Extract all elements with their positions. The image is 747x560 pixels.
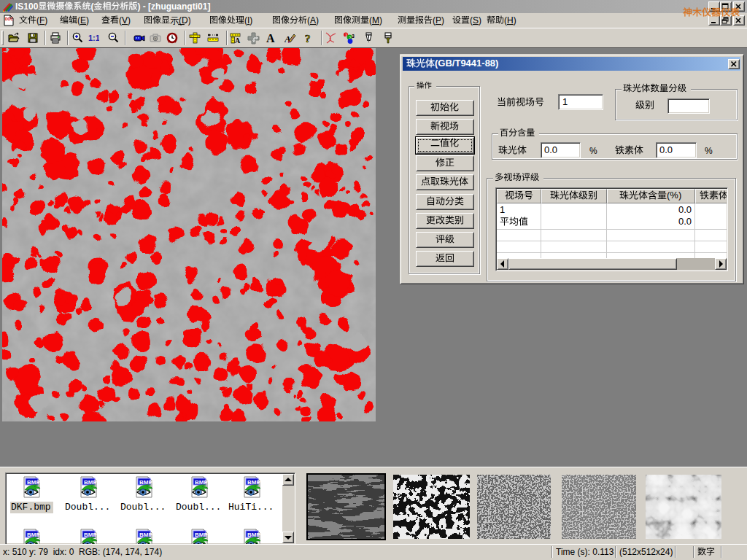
svg-text:x: 510 y: 79 idx: 0 RGB: (17: x: 510 y: 79 idx: 0 RGB: (174, 174, 174): [3, 547, 162, 557]
svg-text:0.0: 0.0: [544, 145, 557, 155]
svg-text:(P): (P): [433, 15, 444, 26]
svg-text:) - [zhuguangti01]: ) - [zhuguangti01]: [137, 1, 210, 12]
svg-text:%: %: [589, 146, 597, 156]
svg-text:?: ?: [305, 33, 311, 44]
svg-text:(M): (M): [369, 15, 382, 26]
svg-text:1: 1: [500, 205, 505, 215]
svg-text:A: A: [266, 32, 275, 44]
svg-text:%: %: [705, 146, 713, 156]
svg-text:A: A: [235, 36, 241, 44]
svg-text:DOC: DOC: [5, 17, 14, 21]
svg-text:DKF.bmp: DKF.bmp: [11, 502, 51, 513]
svg-text:(S): (S): [470, 15, 481, 26]
svg-text:(GB/T9441-88): (GB/T9441-88): [435, 58, 498, 69]
svg-text:3: 3: [352, 34, 355, 39]
svg-text:(: (: [90, 1, 93, 12]
svg-text:Time (s): 0.113: Time (s): 0.113: [556, 547, 614, 557]
svg-text:(A): (A): [307, 15, 319, 26]
svg-text:0.0: 0.0: [659, 145, 673, 155]
svg-text:(F): (F): [36, 15, 47, 26]
svg-text:(%): (%): [667, 190, 681, 201]
svg-text:(H): (H): [504, 15, 516, 26]
svg-text:Doubl...: Doubl...: [65, 502, 110, 513]
svg-text:HuiTi...: HuiTi...: [228, 502, 274, 513]
svg-text:Doubl...: Doubl...: [176, 502, 221, 513]
svg-text:IS100: IS100: [15, 1, 39, 12]
svg-text:示(D): 示(D): [170, 15, 190, 26]
svg-text:(V): (V): [119, 15, 131, 26]
svg-text:1:1: 1:1: [88, 34, 99, 42]
svg-text:(E): (E): [77, 15, 89, 26]
svg-text:Doubl...: Doubl...: [120, 502, 166, 513]
svg-text:0.0: 0.0: [678, 205, 692, 215]
svg-text:0.0: 0.0: [678, 217, 692, 227]
svg-text:1: 1: [562, 97, 568, 107]
svg-text:(512x512x24): (512x512x24): [619, 547, 673, 557]
svg-text:(I): (I): [244, 15, 252, 26]
